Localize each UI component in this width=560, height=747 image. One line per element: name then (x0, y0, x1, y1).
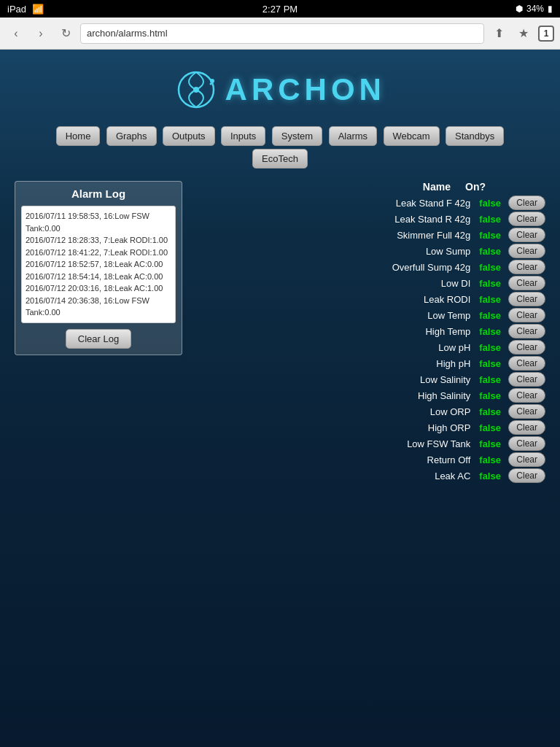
logo-text: ARCHON (225, 72, 386, 107)
alarm-name-label: Low ORP (197, 406, 479, 417)
nav-inputs[interactable]: Inputs (221, 126, 265, 146)
alarm-clear-button-11[interactable]: Clear (508, 372, 545, 387)
alarm-value-label: false (479, 390, 508, 401)
alarm-clear-button-0[interactable]: Clear (508, 196, 545, 210)
alarm-name-label: Low DI (197, 278, 479, 289)
alarm-name-label: Leak Stand F 42g (197, 198, 479, 209)
nav-ecotech[interactable]: EcoTech (252, 149, 308, 169)
alarm-log-title: Alarm Log (21, 187, 176, 200)
alarm-value-label: false (479, 358, 508, 369)
col-on-header: On? (465, 181, 545, 193)
alarm-row: Low SumpfalseClear (197, 244, 545, 258)
alarm-name-label: Leak RODI (197, 294, 479, 305)
back-button[interactable]: ‹ (6, 23, 26, 44)
alarm-clear-button-13[interactable]: Clear (508, 404, 545, 419)
log-entry: 2016/07/11 19:58:53, 16:Low FSW Tank:0.0… (26, 210, 171, 234)
nav-graphs[interactable]: Graphs (106, 126, 157, 146)
alarm-row: Return OfffalseClear (197, 452, 545, 467)
battery-label: 34% (526, 4, 544, 14)
alarm-value-label: false (479, 246, 508, 257)
reload-button[interactable]: ↻ (55, 23, 76, 44)
alarm-clear-button-4[interactable]: Clear (508, 260, 545, 274)
alarm-name-label: High Temp (197, 326, 479, 337)
alarm-clear-button-17[interactable]: Clear (508, 468, 545, 483)
alarm-value-label: false (479, 471, 508, 481)
alarm-value-label: false (479, 454, 508, 465)
nav-webcam[interactable]: Webcam (384, 126, 440, 146)
bluetooth-icon: ⬢ (516, 4, 523, 14)
alarm-clear-button-8[interactable]: Clear (508, 324, 545, 338)
alarm-clear-button-3[interactable]: Clear (508, 244, 545, 258)
alarm-table-section: Name On? Leak Stand F 42gfalseClearLeak … (197, 181, 545, 484)
bookmark-button[interactable]: ★ (513, 23, 534, 44)
browser-chrome: ‹ › ↻ archon/alarms.html ⬆ ★ 1 (0, 18, 560, 50)
alarm-name-label: Low Temp (197, 310, 479, 321)
alarm-clear-button-6[interactable]: Clear (508, 292, 545, 306)
alarm-clear-button-14[interactable]: Clear (508, 420, 545, 435)
alarm-row: High TempfalseClear (197, 324, 545, 338)
alarm-value-label: false (479, 230, 508, 241)
clear-log-button[interactable]: Clear Log (66, 329, 131, 349)
alarm-clear-button-5[interactable]: Clear (508, 276, 545, 290)
alarm-row: High SalinityfalseClear (197, 388, 545, 403)
alarm-name-label: Return Off (197, 454, 479, 465)
alarm-value-label: false (479, 422, 508, 433)
page-content: ARCHON Home Graphs Outputs Inputs System… (0, 50, 560, 747)
alarm-value-label: false (479, 294, 508, 305)
alarm-name-label: Low Sump (197, 246, 479, 257)
alarm-value-label: false (479, 438, 508, 449)
alarm-row: High ORPfalseClear (197, 420, 545, 435)
nav-home[interactable]: Home (56, 126, 101, 146)
log-entry: 2016/07/12 18:28:33, 7:Leak RODI:1.00 (26, 234, 171, 247)
alarm-name-label: High pH (197, 358, 479, 369)
navigation-bar: Home Graphs Outputs Inputs System Alarms… (15, 125, 545, 170)
nav-outputs[interactable]: Outputs (163, 126, 215, 146)
nav-standbys[interactable]: Standbys (446, 126, 504, 146)
alarm-name-label: Leak AC (197, 471, 479, 481)
alarm-value-label: false (479, 278, 508, 289)
alarm-value-label: false (479, 406, 508, 417)
alarm-clear-button-16[interactable]: Clear (508, 452, 545, 467)
alarm-row: Low TempfalseClear (197, 308, 545, 322)
alarm-name-label: High Salinity (197, 390, 479, 401)
alarm-clear-button-10[interactable]: Clear (508, 356, 545, 371)
alarm-value-label: false (479, 262, 508, 273)
forward-button[interactable]: › (31, 23, 51, 44)
svg-point-2 (210, 79, 214, 83)
share-button[interactable]: ⬆ (489, 23, 509, 44)
alarm-clear-button-12[interactable]: Clear (508, 388, 545, 403)
alarm-clear-button-15[interactable]: Clear (508, 436, 545, 451)
alarm-name-label: Skimmer Full 42g (197, 230, 479, 241)
alarm-name-label: Overfull Sump 42g (197, 262, 479, 273)
alarm-value-label: false (479, 342, 508, 353)
alarm-row: Leak Stand R 42gfalseClear (197, 212, 545, 226)
status-bar: iPad 📶 2:27 PM ⬢ 34% ▮ (0, 0, 560, 18)
svg-point-3 (210, 83, 212, 85)
alarm-clear-button-2[interactable]: Clear (508, 228, 545, 242)
alarm-value-label: false (479, 198, 508, 209)
alarm-name-label: Low FSW Tank (197, 438, 479, 449)
alarm-log-content: 2016/07/11 19:58:53, 16:Low FSW Tank:0.0… (21, 206, 176, 323)
tab-count[interactable]: 1 (538, 26, 554, 42)
time-label: 2:27 PM (262, 4, 298, 15)
alarm-log-panel: Alarm Log 2016/07/11 19:58:53, 16:Low FS… (15, 181, 182, 355)
alarm-row: Low pHfalseClear (197, 340, 545, 355)
alarm-name-label: High ORP (197, 422, 479, 433)
url-text: archon/alarms.html (87, 28, 168, 39)
log-entry: 2016/07/12 20:03:16, 18:Leak AC:1.00 (26, 282, 171, 295)
alarm-row: Low ORPfalseClear (197, 404, 545, 419)
alarm-row: Low DIfalseClear (197, 276, 545, 290)
alarm-clear-button-7[interactable]: Clear (508, 308, 545, 322)
alarm-row: Low FSW TankfalseClear (197, 436, 545, 451)
alarm-clear-button-1[interactable]: Clear (508, 212, 545, 226)
nav-alarms[interactable]: Alarms (329, 126, 377, 146)
alarm-row: Leak Stand F 42gfalseClear (197, 196, 545, 210)
alarm-value-label: false (479, 326, 508, 337)
alarm-value-label: false (479, 214, 508, 225)
alarm-row: Skimmer Full 42gfalseClear (197, 228, 545, 242)
address-bar[interactable]: archon/alarms.html (80, 23, 484, 44)
alarm-table-header: Name On? (197, 181, 545, 193)
alarm-clear-button-9[interactable]: Clear (508, 340, 545, 355)
nav-system[interactable]: System (272, 126, 322, 146)
alarm-row: Low SalinityfalseClear (197, 372, 545, 387)
